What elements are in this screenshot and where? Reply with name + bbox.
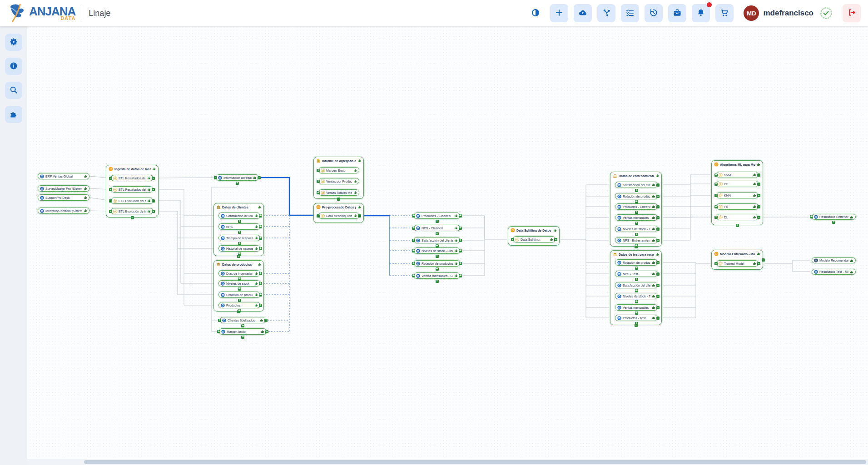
lineage-node[interactable]: ETL Resultados de ventas	[111, 175, 153, 181]
expand-port[interactable]: +	[459, 227, 462, 230]
collapse-port[interactable]: -	[656, 216, 660, 219]
collapse-port[interactable]: -	[757, 194, 760, 197]
expand-port[interactable]: +	[736, 224, 739, 227]
expand-port[interactable]: +	[436, 255, 439, 258]
expand-port[interactable]: +	[241, 324, 244, 327]
sidebar-puzzle-button[interactable]	[5, 106, 22, 123]
checklist-button[interactable]	[621, 4, 639, 22]
lineage-node[interactable]: Información agregada de vent...	[216, 174, 259, 181]
expand-port[interactable]: +	[238, 231, 241, 234]
lineage-node[interactable]: Niveles de stock - Test	[615, 293, 658, 299]
lineage-node[interactable]: NPS - Entrenamiento	[615, 237, 658, 243]
cart-button[interactable]	[715, 4, 734, 22]
expand-port[interactable]: +	[635, 222, 638, 225]
expand-port[interactable]: +	[459, 274, 462, 277]
lineage-node[interactable]: Productos - Test	[615, 315, 658, 321]
expand-port[interactable]: +	[436, 280, 439, 283]
contrast-button[interactable]	[526, 4, 545, 22]
collapse-port[interactable]: -	[109, 177, 112, 180]
lineage-node[interactable]: Resultados Test - Modelo de r...	[812, 269, 856, 275]
lineage-node[interactable]: CF	[716, 181, 759, 187]
expand-port[interactable]: +	[241, 336, 244, 339]
expand-port[interactable]: +	[238, 309, 241, 312]
collapse-port[interactable]: -	[656, 205, 660, 208]
expand-port[interactable]: +	[635, 312, 638, 315]
collapse-port[interactable]: -	[152, 210, 155, 213]
lineage-node[interactable]: SVM	[716, 172, 759, 178]
expand-port[interactable]: +	[317, 191, 320, 194]
expand-port[interactable]: +	[810, 215, 813, 218]
lineage-node[interactable]: Margen Bruto	[318, 167, 359, 173]
collapse-port[interactable]: -	[131, 216, 134, 219]
expand-port[interactable]: +	[259, 214, 262, 218]
expand-port[interactable]: +	[635, 189, 638, 192]
expand-port[interactable]: +	[412, 214, 415, 218]
expand-port[interactable]: +	[265, 330, 268, 333]
lineage-node[interactable]: Ventas mensuales - Cleaned	[414, 272, 460, 279]
expand-port[interactable]: +	[714, 216, 718, 219]
lineage-node[interactable]: FR	[716, 203, 759, 210]
lineage-node[interactable]: Satisfacción del cliente	[218, 213, 260, 219]
lineage-node[interactable]: Satisfacción del cliente - Entr...	[615, 182, 658, 188]
lineage-node[interactable]: Resultados Entrenamiento - ...	[812, 214, 856, 220]
avatar[interactable]: MD	[744, 5, 759, 21]
expand-port[interactable]: +	[459, 249, 462, 252]
lineage-node[interactable]: Rotación de productos - Test	[615, 259, 658, 266]
expand-port[interactable]: +	[412, 262, 415, 265]
collapse-port[interactable]: -	[152, 188, 155, 191]
expand-port[interactable]: +	[412, 274, 415, 277]
lineage-node[interactable]: SupportPro Desk	[38, 194, 89, 201]
collapse-port[interactable]: -	[757, 262, 760, 265]
logout-button[interactable]	[843, 4, 861, 22]
lineage-node[interactable]: NPS	[218, 223, 260, 230]
expand-port[interactable]: +	[635, 322, 638, 325]
expand-port[interactable]: +	[238, 299, 241, 302]
lineage-node[interactable]: KNN	[716, 192, 759, 198]
expand-port[interactable]: +	[259, 237, 262, 240]
lineage-node[interactable]: ETL Resultados del sistema d...	[111, 186, 153, 193]
collapse-port[interactable]: -	[656, 317, 660, 320]
expand-port[interactable]: +	[635, 233, 638, 236]
lineage-node[interactable]: Productos - Cleaned	[414, 213, 460, 219]
lineage-canvas[interactable]: Ingesta de datos de las fuentes al d...-…	[0, 0, 868, 465]
expand-port[interactable]: +	[259, 293, 262, 297]
expand-port[interactable]: +	[317, 169, 320, 172]
collapse-port[interactable]: -	[511, 238, 514, 241]
collapse-port[interactable]: -	[656, 306, 660, 309]
lineage-node[interactable]: Margen bruto	[219, 328, 267, 335]
lineage-node[interactable]: Historial de navegación de cli...	[218, 245, 260, 252]
expand-port[interactable]: +	[412, 227, 415, 230]
collapse-port[interactable]: -	[109, 188, 112, 191]
expand-port[interactable]: +	[412, 239, 415, 242]
collapse-port[interactable]: -	[656, 183, 660, 187]
lineage-node[interactable]: Ventas mensuales - Entrena...	[615, 214, 658, 221]
bell-button[interactable]	[692, 4, 710, 22]
horizontal-scrollbar[interactable]	[27, 459, 868, 465]
expand-port[interactable]: +	[436, 267, 439, 271]
sidebar-info-button[interactable]	[5, 58, 22, 75]
expand-port[interactable]: +	[714, 205, 718, 208]
app-logo[interactable]: ANJANA DATA	[6, 2, 75, 24]
collapse-port[interactable]: -	[757, 205, 760, 208]
expand-port[interactable]: +	[635, 289, 638, 292]
lineage-node[interactable]: InventoryControlX (Sistema d...	[38, 208, 89, 214]
lineage-node[interactable]: Modelo Recomendación	[812, 257, 856, 263]
expand-port[interactable]: +	[714, 173, 718, 177]
expand-port[interactable]: +	[635, 211, 638, 214]
expand-port[interactable]: +	[259, 272, 262, 275]
history-button[interactable]	[645, 4, 663, 22]
expand-port[interactable]: +	[238, 287, 241, 291]
lineage-node[interactable]: Niveles de stock - Entrenamie...	[615, 226, 658, 232]
collapse-port[interactable]: -	[214, 176, 217, 179]
lineage-group[interactable]: Modelo Entrenado - Modelo de Rec...	[711, 250, 763, 270]
lineage-button[interactable]	[597, 4, 615, 22]
scrollbar-thumb[interactable]	[84, 460, 866, 464]
lineage-node[interactable]: Rotación de productos - Clea...	[414, 260, 460, 267]
lineage-node[interactable]: Niveles de stock	[218, 280, 260, 287]
expand-port[interactable]: +	[259, 225, 262, 228]
lineage-node[interactable]: Rotación de productos	[218, 292, 260, 298]
collapse-port[interactable]: -	[757, 216, 760, 219]
collapse-port[interactable]: -	[258, 176, 261, 179]
lineage-node[interactable]: Productos	[218, 302, 260, 308]
collapse-port[interactable]: -	[358, 214, 361, 218]
